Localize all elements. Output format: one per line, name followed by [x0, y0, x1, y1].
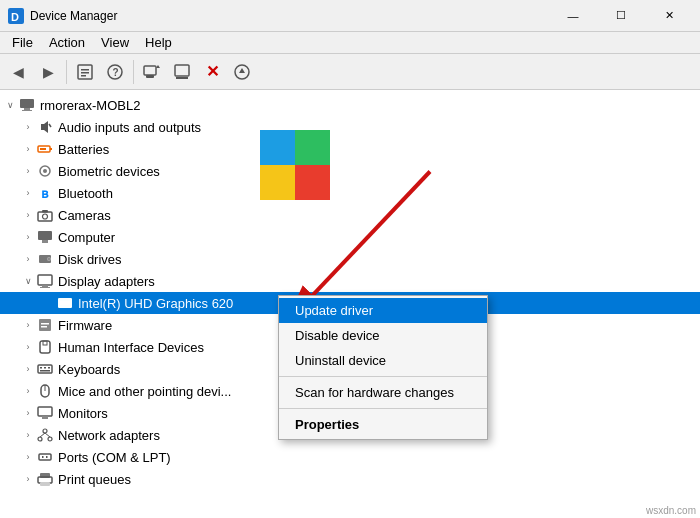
display-icon [36, 272, 54, 290]
maximize-button[interactable]: ☐ [598, 0, 644, 32]
svg-rect-42 [40, 341, 50, 353]
disk-label: Disk drives [58, 252, 122, 267]
app-icon: D [8, 8, 24, 24]
tree-display[interactable]: ∨ Display adapters [0, 270, 700, 292]
expand-bluetooth[interactable]: › [20, 185, 36, 201]
svg-rect-21 [40, 148, 46, 150]
close-button[interactable]: ✕ [646, 0, 692, 32]
ctx-separator-1 [279, 376, 487, 377]
svg-rect-4 [81, 72, 89, 74]
svg-text:D: D [11, 11, 19, 23]
monitor-icon [36, 404, 54, 422]
expand-network[interactable]: › [20, 427, 36, 443]
main-area: ∨ rmorerax-MOBL2 › Audio inputs and outp… [0, 90, 700, 518]
tree-ports[interactable]: › Ports (COM & LPT) [0, 446, 700, 468]
menu-action[interactable]: Action [41, 33, 93, 52]
toolbar: ◀ ▶ ? ✕ [0, 54, 700, 90]
svg-marker-18 [41, 121, 48, 133]
svg-point-53 [43, 429, 47, 433]
expand-keyboards[interactable]: › [20, 361, 36, 377]
expand-cameras[interactable]: › [20, 207, 36, 223]
expand-biometric[interactable]: › [20, 163, 36, 179]
biometric-label: Biometric devices [58, 164, 160, 179]
svg-rect-40 [41, 323, 49, 325]
svg-rect-36 [40, 287, 50, 288]
svg-line-56 [40, 433, 45, 437]
firmware-label: Firmware [58, 318, 112, 333]
svg-rect-35 [42, 285, 48, 287]
properties-button[interactable] [71, 58, 99, 86]
expand-computer[interactable]: › [20, 229, 36, 245]
expand-firmware[interactable]: › [20, 317, 36, 333]
svg-rect-17 [22, 110, 32, 111]
tree-computer[interactable]: › Computer [0, 226, 700, 248]
keyboards-label: Keyboards [58, 362, 120, 377]
expand-ports[interactable]: › [20, 449, 36, 465]
expand-disk[interactable]: › [20, 251, 36, 267]
hid-icon [36, 338, 54, 356]
back-button[interactable]: ◀ [4, 58, 32, 86]
refresh-button[interactable] [168, 58, 196, 86]
svg-rect-15 [20, 99, 34, 108]
update-button[interactable] [228, 58, 256, 86]
help-button[interactable]: ? [101, 58, 129, 86]
svg-rect-63 [40, 482, 50, 486]
svg-rect-3 [81, 69, 89, 71]
tree-audio[interactable]: › Audio inputs and outputs [0, 116, 700, 138]
svg-rect-8 [144, 66, 156, 75]
svg-rect-59 [42, 456, 44, 458]
svg-line-19 [49, 124, 51, 127]
expand-display[interactable]: ∨ [20, 273, 36, 289]
svg-point-27 [43, 214, 48, 219]
expand-batteries[interactable]: › [20, 141, 36, 157]
tree-disk[interactable]: › Disk drives [0, 248, 700, 270]
toolbar-separator-2 [133, 60, 134, 84]
expand-mice[interactable]: › [20, 383, 36, 399]
expand-root[interactable]: ∨ [2, 97, 18, 113]
expand-monitors[interactable]: › [20, 405, 36, 421]
ctx-disable-device[interactable]: Disable device [279, 323, 487, 348]
ctx-scan-hardware[interactable]: Scan for hardware changes [279, 380, 487, 405]
menu-help[interactable]: Help [137, 33, 180, 52]
minimize-button[interactable]: — [550, 0, 596, 32]
svg-rect-48 [40, 370, 50, 372]
svg-point-24 [43, 169, 47, 173]
context-menu: Update driver Disable device Uninstall d… [278, 295, 488, 440]
menu-file[interactable]: File [4, 33, 41, 52]
svg-point-55 [48, 437, 52, 441]
tree-bluetooth[interactable]: › ʙ Bluetooth [0, 182, 700, 204]
tree-biometric[interactable]: › Biometric devices [0, 160, 700, 182]
camera-icon [36, 206, 54, 224]
tree-batteries[interactable]: › Batteries [0, 138, 700, 160]
monitors-label: Monitors [58, 406, 108, 421]
tree-cameras[interactable]: › Cameras [0, 204, 700, 226]
menu-view[interactable]: View [93, 33, 137, 52]
forward-button[interactable]: ▶ [34, 58, 62, 86]
tree-print[interactable]: › Print queues [0, 468, 700, 490]
ctx-uninstall-device[interactable]: Uninstall device [279, 348, 487, 373]
svg-rect-39 [39, 319, 51, 331]
expand-print[interactable]: › [20, 471, 36, 487]
svg-marker-14 [239, 68, 245, 73]
gpu-icon [56, 294, 74, 312]
computer-icon [18, 96, 36, 114]
hid-label: Human Interface Devices [58, 340, 204, 355]
ctx-properties[interactable]: Properties [279, 412, 487, 437]
svg-rect-26 [38, 212, 52, 221]
svg-rect-12 [176, 77, 188, 79]
scan-button[interactable] [138, 58, 166, 86]
bluetooth-icon: ʙ [36, 184, 54, 202]
svg-point-54 [38, 437, 42, 441]
computer-node-icon [36, 228, 54, 246]
ctx-update-driver[interactable]: Update driver [279, 298, 487, 323]
svg-rect-22 [50, 148, 52, 150]
batteries-label: Batteries [58, 142, 109, 157]
tree-root[interactable]: ∨ rmorerax-MOBL2 [0, 94, 700, 116]
expand-audio[interactable]: › [20, 119, 36, 135]
svg-rect-51 [38, 407, 52, 416]
remove-button[interactable]: ✕ [198, 58, 226, 86]
intel-uhd-label: Intel(R) UHD Graphics 620 [78, 296, 233, 311]
svg-text:?: ? [113, 67, 119, 78]
expand-hid[interactable]: › [20, 339, 36, 355]
title-bar: D Device Manager — ☐ ✕ [0, 0, 700, 32]
